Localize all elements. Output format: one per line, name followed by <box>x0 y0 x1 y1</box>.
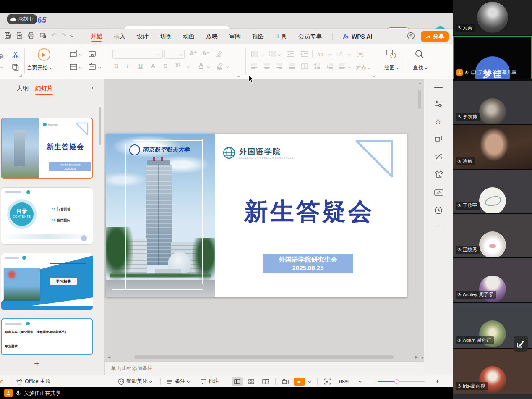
font-size-select[interactable] <box>164 50 185 59</box>
align-objects-button[interactable]: 对齐 <box>356 64 370 71</box>
increase-font-button[interactable]: A⁺ <box>190 50 197 57</box>
scroll-up-arrow[interactable]: ▲ <box>418 81 422 85</box>
upload-cloud-icon[interactable] <box>407 32 415 40</box>
scroll-right-arrow[interactable]: ▶ <box>415 355 418 359</box>
justify-icon[interactable] <box>289 63 295 69</box>
slide-layout-icon[interactable] <box>70 63 78 71</box>
theme-shirt-icon[interactable] <box>434 170 443 178</box>
line-spacing-icon[interactable] <box>314 63 321 69</box>
vertical-scrollbar[interactable] <box>418 90 421 109</box>
zoom-in-button[interactable]: + <box>436 377 439 384</box>
tab-slides[interactable]: 幻灯片 <box>35 85 53 92</box>
font-expander-icon[interactable] <box>237 74 240 77</box>
quick-access-chevron-icon[interactable] <box>70 34 73 37</box>
zoom-slider-knob[interactable] <box>394 379 399 384</box>
format-painter-chevron-icon[interactable] <box>0 66 3 68</box>
participant-tile[interactable]: 元美 <box>453 0 532 35</box>
switch-shape-icon[interactable] <box>434 135 443 143</box>
redo-icon[interactable]: ↷ <box>61 32 67 39</box>
font-color-button[interactable]: A <box>199 62 203 69</box>
shadow-button[interactable]: S <box>164 63 167 69</box>
print-preview-icon[interactable] <box>39 32 47 39</box>
normal-view-button[interactable] <box>232 377 243 386</box>
clear-format-icon[interactable] <box>215 50 222 58</box>
slide-thumbnail-4[interactable]: 培养方案（学分要求、课程要求与培养环节） 毕业要求 <box>1 318 93 355</box>
notes-button[interactable]: 备注 <box>167 375 190 388</box>
menu-transition[interactable]: 切换 <box>159 30 172 43</box>
font-color-chevron-icon[interactable] <box>207 65 210 68</box>
find-button[interactable]: 查找 <box>413 64 427 71</box>
history-clock-icon[interactable] <box>434 206 443 215</box>
zoom-slider[interactable] <box>378 381 425 382</box>
add-slide-button[interactable]: + <box>29 358 44 370</box>
italic-button[interactable]: I <box>127 63 128 69</box>
menu-tools[interactable]: 工具 <box>274 30 288 43</box>
zoom-out-button[interactable]: − <box>369 377 373 384</box>
align-center-icon[interactable] <box>263 63 270 69</box>
menu-insert[interactable]: 插入 <box>113 30 126 43</box>
office-theme-button[interactable]: Office 主题 <box>16 375 50 388</box>
align-left-icon[interactable] <box>251 63 258 69</box>
pinyin-chevron-icon[interactable] <box>328 53 331 56</box>
underline-button[interactable]: U <box>138 63 143 69</box>
play-from-page-button[interactable]: 当页开始 <box>27 64 52 71</box>
decrease-font-button[interactable]: A⁻ <box>202 50 210 57</box>
fit-slide-button[interactable] <box>324 375 331 388</box>
save-icon[interactable] <box>4 32 11 39</box>
bold-button[interactable]: B <box>114 63 118 69</box>
strikethrough-a-button[interactable]: A <box>151 63 155 69</box>
cut-icon[interactable] <box>12 51 20 59</box>
menu-home[interactable]: 开始 <box>90 30 103 43</box>
export-icon[interactable] <box>16 32 23 39</box>
panel-scrollbar[interactable] <box>99 107 101 145</box>
favorites-star-icon[interactable]: ☆ <box>434 116 442 126</box>
tab-outline[interactable]: 大纲 <box>17 85 29 92</box>
columns-icon[interactable] <box>301 63 308 69</box>
participant-tile[interactable]: 汪枝秀 <box>453 214 532 257</box>
menu-slideshow[interactable]: 放映 <box>205 30 219 43</box>
text-direction-button[interactable]: ↓A <box>336 50 343 57</box>
slide-thumbnail-2[interactable]: 目录 CONTENTS 01 问卷回答 02 自由提问 <box>1 187 93 245</box>
copy-icon[interactable] <box>12 63 19 71</box>
list-settings-chevron-icon[interactable] <box>348 66 351 68</box>
paragraph-spacing-icon[interactable] <box>326 63 333 69</box>
record-show-button[interactable] <box>282 375 289 388</box>
play-from-page-icon[interactable]: ▶ <box>38 48 50 61</box>
participant-tile[interactable]: 李凯博 <box>453 81 532 124</box>
paragraph-expander-icon[interactable] <box>373 74 375 77</box>
participant-tile[interactable]: 冷敏 <box>453 125 532 169</box>
slide-banner[interactable]: 外国语学院研究生会 2025.08.25 <box>263 254 353 273</box>
participant-tile[interactable]: Ashley-周子雯 <box>453 258 532 302</box>
print-icon[interactable] <box>28 32 35 39</box>
new-slide-icon[interactable] <box>70 50 78 58</box>
collapse-panel-icon[interactable]: ‹ <box>91 84 94 92</box>
highlight-chevron-icon[interactable] <box>226 65 229 68</box>
highlight-icon[interactable] <box>216 62 224 70</box>
find-icon[interactable] <box>415 49 425 59</box>
participant-tile-sharing[interactable]: 梦佳 吴梦佳的屏幕共享 <box>453 36 532 79</box>
play-slideshow-button[interactable]: ▶ <box>294 378 305 386</box>
participant-tile[interactable]: Iris-高雨婷 <box>453 349 532 394</box>
slide-thumbnail-1[interactable]: 外国语学院 新生答疑会 外国语学院研究生会2025.08.25 <box>1 118 93 179</box>
numbered-chevron-icon[interactable] <box>278 53 281 56</box>
horizontal-scrollbar[interactable] <box>134 355 394 359</box>
slide-editor[interactable]: 南京航空航天大学 外国语学院 COLLEGE OF FOREIGN LANGUA… <box>106 134 407 297</box>
properties-icon[interactable] <box>434 100 443 108</box>
zoom-chevron-icon[interactable] <box>359 380 362 383</box>
numbered-list-icon[interactable] <box>269 51 276 57</box>
slide-sorter-view-button[interactable] <box>246 377 257 386</box>
superscript-chevron-icon[interactable] <box>187 65 190 68</box>
clipboard-expander-icon[interactable] <box>19 74 22 77</box>
decrease-indent-icon[interactable] <box>287 51 295 57</box>
draw-shapes-icon[interactable] <box>386 49 397 59</box>
list-settings-icon[interactable] <box>339 63 346 69</box>
slide-thumbnail-3[interactable]: 学习相关 <box>1 253 93 310</box>
play-options-chevron-icon[interactable] <box>308 380 311 383</box>
smart-beautify-button[interactable]: 智能美化 <box>118 375 151 388</box>
slide-checklist-icon[interactable] <box>88 63 96 71</box>
draw-button[interactable]: 绘图 <box>384 64 399 71</box>
menu-view[interactable]: 视图 <box>251 30 265 43</box>
layout-chevron-icon[interactable] <box>79 66 82 69</box>
superscript-button[interactable]: X² <box>175 63 180 68</box>
increase-indent-icon[interactable] <box>300 51 308 57</box>
